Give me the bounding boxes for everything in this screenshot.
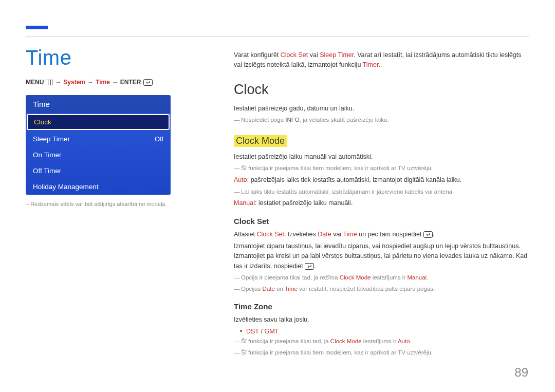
- time-zone-description: Izvēlieties savu laika joslu.: [234, 315, 528, 325]
- menu-item-clock[interactable]: Clock: [27, 114, 170, 130]
- page-number: 89: [514, 365, 528, 380]
- auto-text: : pašreizējais laiks tiek iestatīts auto…: [247, 176, 462, 183]
- highlight-clock-mode: Clock Mode: [340, 274, 371, 281]
- note-text: iestatījums ir: [371, 274, 407, 281]
- clock-mode-note-tv: Šī funkcija ir pieejama tikai tiem modeļ…: [234, 164, 528, 173]
- breadcrumb-arrow-2: →: [87, 79, 94, 86]
- time-zone-bullet-dst-gmt: DST / GMT: [234, 328, 528, 335]
- note-text: .: [410, 338, 412, 344]
- auto-highlight: Auto: [234, 176, 247, 183]
- menu-item-label: Holiday Management: [33, 183, 99, 191]
- menu-grid-icon: [46, 80, 53, 85]
- menu-item-label: On Timer: [33, 151, 62, 159]
- clock-mode-description: Iestatiet pašreizējo laiku manuāli vai a…: [234, 152, 528, 162]
- text: . Izvēlieties: [284, 231, 318, 238]
- page-title: Time: [26, 46, 180, 69]
- highlight-clock-mode: Clock Mode: [330, 338, 362, 344]
- note-text: .: [427, 274, 428, 281]
- clock-info-note: Nospiediet pogu INFO, ja vēlaties skatīt…: [234, 116, 528, 125]
- menu-item-sleep-timer[interactable]: Sleep Timer Off: [26, 131, 171, 147]
- manual-highlight: Manual: [234, 199, 255, 207]
- enter-icon: [423, 231, 433, 238]
- svg-rect-0: [46, 80, 53, 85]
- right-column: Varat konfigurēt Clock Set vai Sleep Tim…: [234, 50, 528, 358]
- highlight-gmt: GMT: [264, 328, 279, 335]
- highlight-time: Time: [285, 286, 298, 292]
- clock-set-line1: Atlasiet Clock Set. Izvēlieties Date vai…: [234, 230, 528, 239]
- breadcrumb-enter-label: ENTER: [120, 79, 141, 86]
- time-zone-note-auto: Šī funkcija ir pieejama tikai tad, ja Cl…: [234, 337, 528, 346]
- note-info-key: INFO: [285, 117, 299, 123]
- breadcrumb-time: Time: [96, 79, 110, 86]
- note-text: var iestatīt, nospiežot tālvadības pults…: [298, 286, 435, 292]
- clock-mode-manual-line: Manual: iestatiet pašreizējo laiku manuā…: [234, 198, 528, 208]
- subsection-heading-clock-set: Clock Set: [234, 217, 528, 226]
- text: un pēc tam nospiediet: [357, 231, 423, 238]
- top-horizontal-rule: [26, 36, 529, 36]
- highlight-date: Date: [318, 231, 331, 238]
- menu-panel-title: Time: [26, 95, 171, 113]
- note-text: , ja vēlaties skatīt pašreizējo laiku.: [300, 117, 389, 123]
- intro-highlight-clock-set: Clock Set: [281, 51, 308, 59]
- breadcrumb-menu-label: MENU: [26, 79, 44, 86]
- enter-icon: [305, 263, 314, 270]
- menu-item-label: Off Timer: [33, 167, 61, 175]
- breadcrumb-system: System: [63, 79, 85, 86]
- time-zone-note-tv: Šī funkcija ir pieejama tikai tiem modeļ…: [234, 348, 528, 358]
- menu-item-on-timer[interactable]: On Timer: [26, 147, 171, 163]
- note-text: iestatījums ir: [362, 338, 398, 344]
- clock-description: Iestatiet pašreizējo gadu, datumu un lai…: [234, 104, 528, 114]
- breadcrumb-arrow-3: →: [112, 79, 118, 86]
- left-column: Time MENU → System → Time → ENTER Time C…: [26, 46, 180, 209]
- menu-panel: Time Clock Sleep Timer Off On Timer Off …: [26, 95, 171, 195]
- subsection-heading-time-zone: Time Zone: [234, 302, 528, 311]
- menu-item-value: Off: [155, 135, 163, 143]
- menu-item-label: Clock: [34, 118, 51, 126]
- manual-text: : iestatiet pašreizējo laiku manuāli.: [255, 199, 353, 207]
- section-heading-clock: Clock: [234, 82, 528, 98]
- intro-text: Varat konfigurēt: [234, 51, 281, 59]
- clock-set-line2: Izmantojiet ciparu taustiņus, lai ievadī…: [234, 241, 528, 271]
- clock-set-note-digits: Opcijas Date un Time var iestatīt, nospi…: [234, 285, 528, 294]
- text: vai: [331, 231, 343, 238]
- highlight-dst: DST: [246, 328, 259, 335]
- note-text: Šī funkcija ir pieejama tikai tad, ja: [241, 338, 330, 344]
- note-text: Nospiediet pogu: [241, 117, 285, 123]
- highlight-clock-set: Clock Set: [256, 231, 284, 238]
- breadcrumb-arrow-1: →: [55, 79, 61, 86]
- text: .: [433, 231, 434, 238]
- text: Atlasiet: [234, 231, 256, 238]
- intro-highlight-timer: Timer: [363, 61, 379, 68]
- menu-item-label: Sleep Timer: [33, 135, 70, 143]
- highlight-date: Date: [263, 286, 275, 292]
- intro-highlight-sleep-timer: Sleep Timer: [320, 51, 354, 59]
- clock-mode-note-cable: Lai laiks tiktu iestatīts automātiski, i…: [234, 188, 528, 197]
- menu-item-off-timer[interactable]: Off Timer: [26, 163, 171, 179]
- note-text: Opcija ir pieejama tikai tad, ja režīma: [241, 274, 340, 281]
- bullet-separator: /: [259, 328, 264, 335]
- clock-mode-auto-line: Auto: pašreizējais laiks tiek iestatīts …: [234, 175, 528, 185]
- highlight-time: Time: [343, 231, 357, 238]
- note-text: Opcijas: [241, 286, 263, 292]
- breadcrumb: MENU → System → Time → ENTER: [26, 79, 180, 86]
- model-caption: – Redzamais attēls var būt atšķirīgs atk…: [26, 200, 180, 209]
- page: Time MENU → System → Time → ENTER Time C…: [0, 0, 555, 392]
- text: Izmantojiet ciparu taustiņus, lai ievadī…: [234, 242, 527, 270]
- clock-set-note-manual: Opcija ir pieejama tikai tad, ja režīma …: [234, 273, 528, 283]
- highlight-manual: Manual: [407, 274, 427, 281]
- note-text: un: [275, 286, 285, 292]
- menu-item-holiday-management[interactable]: Holiday Management: [26, 179, 171, 195]
- intro-text: vai: [308, 51, 320, 59]
- subsection-heading-clock-mode: Clock Mode: [234, 135, 287, 147]
- intro-text: .: [378, 61, 380, 68]
- enter-icon: [143, 79, 153, 86]
- intro-paragraph: Varat konfigurēt Clock Set vai Sleep Tim…: [234, 50, 528, 70]
- header-accent-bar: [26, 26, 48, 29]
- text: .: [314, 263, 316, 270]
- highlight-auto: Auto: [398, 338, 410, 344]
